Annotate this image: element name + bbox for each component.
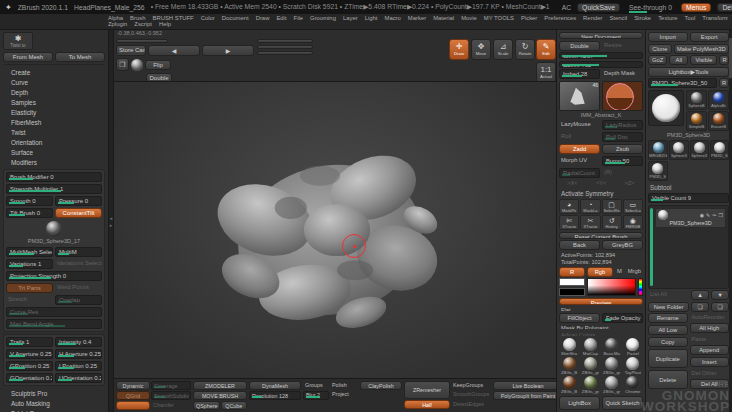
menu-item[interactable]: Light: [365, 15, 378, 21]
goz-all-button[interactable]: All: [669, 55, 688, 65]
selection-tool-button[interactable]: ↺ History: [602, 215, 622, 230]
zremesher-button[interactable]: ZRemesher: [404, 381, 450, 399]
store-cam-button[interactable]: Store Cam: [116, 45, 146, 56]
subtool-cube-icon[interactable]: ❒: [719, 212, 723, 218]
mirror-option-button[interactable]: • •: [257, 51, 313, 55]
append-button[interactable]: Append: [690, 345, 730, 355]
modifier-control[interactable]: Brush Modifier 0: [6, 172, 102, 182]
from-mesh-button[interactable]: From Mesh: [3, 52, 53, 62]
modifier-control[interactable]: Curve Res: [6, 307, 102, 317]
stroke-control[interactable]: GOrientation 0.2: [6, 373, 53, 383]
palette-section[interactable]: FiberMesh: [3, 117, 105, 127]
double-button[interactable]: Double: [146, 73, 172, 82]
menu-item[interactable]: Grooming: [310, 15, 336, 21]
symmetry-axis-button[interactable]: >Z<: [616, 179, 643, 187]
qsphere-button[interactable]: QSphere: [193, 401, 220, 410]
menu-item[interactable]: Zscript: [134, 21, 152, 27]
menu-item[interactable]: Material: [433, 15, 454, 21]
tool-thumbnail[interactable]: AlphaBr: [708, 90, 729, 110]
keepgroups-label[interactable]: KeepGroups: [451, 381, 491, 390]
rename-button[interactable]: Rename: [648, 313, 688, 323]
project-label[interactable]: Project: [330, 391, 358, 400]
selection-tool-button[interactable]: ▭ SelectLa: [623, 199, 643, 214]
symmetry-axis-button[interactable]: >Y<: [588, 179, 615, 187]
modifier-control[interactable]: Weld Points: [55, 283, 102, 293]
stroke-control[interactable]: V Aperture 0.25: [6, 349, 53, 359]
smoothgroups-label[interactable]: SmoothGroups: [451, 391, 491, 400]
modifier-control[interactable]: Pressure 0: [55, 196, 102, 206]
stroke-control[interactable]: GPosition 0.25: [6, 361, 53, 371]
modifier-control[interactable]: ConstantTilt: [55, 208, 102, 218]
to-mesh-button[interactable]: To Mesh: [55, 52, 105, 62]
material-thumbnail[interactable]: SkinSha: [559, 338, 579, 356]
tool-thumbnail[interactable]: SphereB: [686, 90, 707, 110]
menu-item[interactable]: MY TOOLS: [484, 15, 514, 21]
menu-item[interactable]: Zplugin: [108, 21, 127, 27]
material-thumbnail[interactable]: MatCap: [580, 338, 600, 356]
all-low-button[interactable]: All Low: [648, 325, 688, 335]
export-button[interactable]: Export: [690, 32, 730, 42]
apply-button[interactable]: [116, 401, 150, 410]
flat-button[interactable]: Flat: [559, 306, 643, 311]
autoreorder-button[interactable]: AutoReorder: [690, 313, 730, 321]
live-boolean-button[interactable]: Live Boolean: [493, 381, 556, 390]
imm-brush-thumbnail[interactable]: 46: [559, 81, 600, 111]
menu-item[interactable]: Marker: [408, 15, 426, 21]
detect-edges-label[interactable]: DetectEdges: [451, 400, 491, 409]
folder-icon-button[interactable]: ❏: [691, 302, 709, 312]
dynamic-button[interactable]: Dynamic: [116, 381, 150, 390]
palette-section[interactable]: Depth: [3, 87, 105, 97]
radial-r-label[interactable]: (R): [602, 168, 643, 178]
menu-item[interactable]: Picker: [521, 15, 537, 21]
palette-section[interactable]: Orientation: [3, 137, 105, 147]
imbed-slider[interactable]: Imbed 28: [559, 69, 600, 79]
color-picker-sv[interactable]: [587, 278, 636, 296]
stroke-control[interactable]: Trails 1: [6, 337, 53, 347]
modifier-control[interactable]: Smooth 0: [6, 196, 53, 206]
symmetry-axis-button[interactable]: >X<: [559, 179, 586, 187]
resolution-slider[interactable]: Resolution 128: [249, 391, 301, 400]
adjust-colors-header[interactable]: Adjust Colors: [559, 331, 643, 336]
delete-button[interactable]: Delete: [648, 370, 688, 389]
mirror-option-button[interactable]: • •: [257, 39, 313, 43]
current-tool-thumbnail[interactable]: [648, 90, 684, 126]
subtool-up-button[interactable]: ▲: [691, 290, 709, 300]
material-thumbnail[interactable]: ZBGs_gr: [602, 357, 622, 375]
current-brush-quickpick[interactable]: ✱ Twist to: [3, 32, 33, 50]
menu-item[interactable]: Texture: [658, 15, 677, 21]
import-button[interactable]: Import: [648, 32, 688, 42]
stroke-control[interactable]: UOrientation 0.2: [55, 373, 102, 383]
reset-current-brush-button[interactable]: Reset Current Brush: [559, 232, 643, 239]
roll-dist-slider[interactable]: Roll Dist: [602, 132, 643, 142]
mirror-option-button[interactable]: • •: [257, 45, 313, 49]
mode-button[interactable]: ✥ Move: [471, 39, 491, 60]
mode-button[interactable]: ✛ Draw: [449, 39, 469, 60]
material-thumbnail[interactable]: ZBGs_B: [559, 376, 579, 394]
material-thumbnail[interactable]: Chrome: [623, 376, 643, 394]
polygroupit-button[interactable]: PolyGroupIt from Paint: [493, 391, 556, 400]
palette-section[interactable]: Elasticity: [3, 107, 105, 117]
menu-item[interactable]: Edit: [276, 15, 286, 21]
palette-section[interactable]: Modifiers: [3, 157, 105, 167]
modifier-control[interactable]: Tri Parts: [6, 283, 53, 293]
tool-thumbnail[interactable]: Sphere3: [669, 140, 688, 160]
selection-tool-button[interactable]: ✄ XTracto: [559, 215, 579, 230]
dynamesh-button[interactable]: DynaMesh: [249, 381, 301, 390]
palette-section[interactable]: Curve: [3, 77, 105, 87]
m-channel-button[interactable]: M: [615, 267, 624, 277]
tool-thumbnail[interactable]: MRGBZG: [648, 140, 668, 160]
palette-section[interactable]: Twist: [3, 127, 105, 137]
resize-label[interactable]: Resize: [602, 41, 643, 51]
primary-color-swatch[interactable]: [559, 278, 585, 286]
visible-count-slider[interactable]: Visible Count 9: [648, 193, 729, 203]
palette-section[interactable]: Auto Masking: [3, 398, 105, 408]
lock-cam-icon[interactable]: ❐: [116, 58, 129, 71]
palette-section[interactable]: Samples: [3, 97, 105, 107]
modifier-control[interactable]: Strength Multiplier 1: [6, 184, 102, 194]
all-high-button[interactable]: All High: [690, 323, 730, 333]
folder-up-icon-button[interactable]: ❏: [711, 302, 729, 312]
material-thumbnail[interactable]: ZBGs_gr: [602, 376, 622, 394]
copy-button[interactable]: Copy: [648, 337, 688, 347]
lightbox-tools-button[interactable]: Lightbox▶Tools: [648, 67, 729, 77]
fade-opacity-slider[interactable]: Fade Opacity 0: [602, 313, 643, 323]
